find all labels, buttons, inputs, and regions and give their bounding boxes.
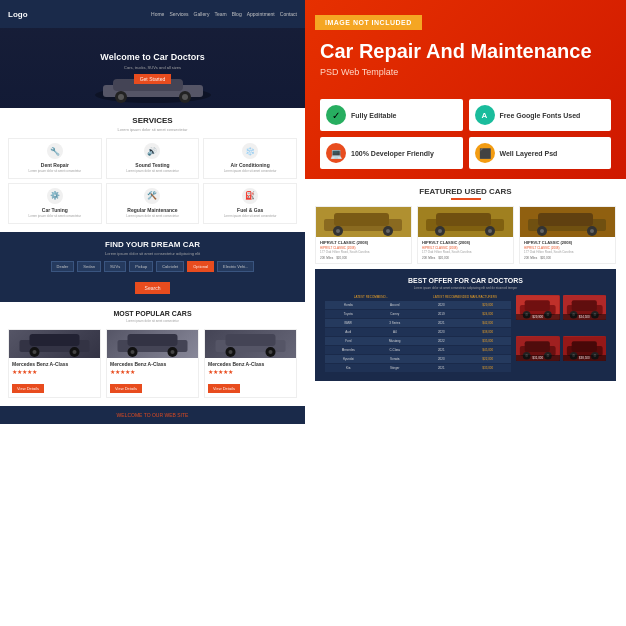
left-panel: Logo Home Services Gallery Team Blog App… (0, 0, 305, 626)
popular-title: MOST POPULAR CARS (8, 310, 297, 317)
find-car-subtitle: Lorem ipsum dolor sit amet consectetur a… (8, 251, 297, 256)
nav-gallery[interactable]: Gallery (194, 11, 210, 17)
offer-make-4: Audi (325, 328, 372, 336)
filter-electric[interactable]: Electric Vehi... (217, 261, 254, 272)
svg-point-18 (171, 350, 175, 354)
nav-blog[interactable]: Blog (232, 11, 242, 17)
offer-model-7: Sonata (372, 355, 419, 363)
svg-rect-27 (334, 213, 389, 226)
svg-rect-20 (226, 334, 276, 346)
filter-cabriolet[interactable]: Cabriolet (156, 261, 184, 272)
filter-sedan[interactable]: Sedan (77, 261, 101, 272)
svg-point-16 (131, 350, 135, 354)
popular-car-3-btn[interactable]: View Details (208, 384, 240, 393)
car-tuning-icon: ⚙️ (47, 188, 63, 204)
developer-friendly-label: 100% Developer Friendly (351, 150, 434, 157)
well-layered-icon: ⬛ (475, 143, 495, 163)
offer-row-3: BMW 3 Series 2021 $42,000 (325, 319, 511, 327)
site-logo: Logo (8, 10, 28, 19)
featured-car-3-image (520, 207, 615, 237)
offer-car-thumb-3-price: $31,000 (516, 355, 560, 361)
popular-car-2-btn[interactable]: View Details (110, 384, 142, 393)
featured-car-2-miles: 20K Miles (422, 256, 435, 260)
nav-team[interactable]: Team (214, 11, 226, 17)
svg-point-45 (590, 229, 594, 233)
service-sound-testing-title: Sound Testing (110, 162, 196, 168)
svg-rect-55 (571, 300, 596, 311)
image-not-included-badge: IMAGE NOT INCLUDED (315, 15, 422, 30)
offer-row-7: Hyundai Sonata 2020 $22,000 (325, 355, 511, 363)
popular-car-1-btn[interactable]: View Details (12, 384, 44, 393)
service-car-tuning: ⚙️ Car Tuning Lorem ipsum dolor sit amet… (8, 183, 102, 224)
featured-car-2-info: HIPRVLT CLASSIC (2008) HIPRVLT CLASSIC (… (418, 237, 513, 263)
filter-suvs[interactable]: SUVs (104, 261, 126, 272)
svg-point-38 (488, 229, 492, 233)
best-offer-title: BEST OFFER FOR CAR DOCTORS (325, 277, 606, 284)
featured-car-2-meta: 20K Miles $20,000 (422, 256, 509, 260)
popular-subtitle: Lorem ipsum dolor sit amet consectetur (8, 319, 297, 323)
offer-year-1: 2020 (418, 301, 465, 309)
offer-price-2: $24,000 (465, 310, 512, 318)
featured-car-1-image (316, 207, 411, 237)
services-subtitle: Lorem ipsum dolor sit amet consectetur (8, 127, 297, 132)
services-grid: 🔧 Dent Repair Lorem ipsum dolor sit amet… (8, 138, 297, 224)
svg-rect-41 (538, 213, 593, 226)
popular-car-1-info: Mercedes Benz A-Class ★★★★★ View Details (9, 358, 100, 397)
offer-year-8: 2021 (418, 364, 465, 372)
offer-make-7: Hyundai (325, 355, 372, 363)
featured-car-3: HIPRVLT CLASSIC (2008) HIPRVLT CLASSIC (… (519, 206, 616, 264)
service-ac-desc: Lorem ipsum dolor sit amet consectetur (207, 170, 293, 174)
service-car-tuning-desc: Lorem ipsum dolor sit amet consectetur (12, 215, 98, 219)
nav-contact[interactable]: Contact (280, 11, 297, 17)
popular-section: MOST POPULAR CARS Lorem ipsum dolor sit … (0, 302, 305, 406)
offer-make-8: Kia (325, 364, 372, 372)
featured-cars-section: FEATURED USED CARS (305, 179, 626, 626)
service-dent-repair-title: Dent Repair (12, 162, 98, 168)
air-conditioning-icon: ❄️ (242, 143, 258, 159)
popular-car-2-stars: ★★★★★ (110, 368, 195, 375)
feature-google-fonts: A Free Google Fonts Used (469, 99, 612, 131)
offer-cars-thumbnails: $29,900 $24 (516, 295, 606, 373)
feature-developer-friendly: 💻 100% Developer Friendly (320, 137, 463, 169)
svg-rect-62 (525, 341, 550, 352)
offer-car-thumb-2-price: $24,500 (563, 314, 607, 320)
popular-car-3: Mercedes Benz A-Class ★★★★★ View Details (204, 329, 297, 398)
services-title: SERVICES (8, 116, 297, 125)
filter-optional[interactable]: Optional (187, 261, 214, 272)
nav-services[interactable]: Services (169, 11, 188, 17)
service-maintenance: 🛠️ Regular Maintenance Lorem ipsum dolor… (106, 183, 200, 224)
hero-title: Welcome to Car Doctors (100, 52, 204, 62)
offer-row-4: Audi A4 2020 $38,000 (325, 328, 511, 336)
featured-car-2-image (418, 207, 513, 237)
offer-content: LATEST RECOMMEND... LATEST RECOMMENDED M… (325, 295, 606, 373)
service-fuel-desc: Lorem ipsum dolor sit amet consectetur (207, 215, 293, 219)
svg-rect-14 (128, 334, 178, 346)
nav-appointment[interactable]: Appointment (247, 11, 275, 17)
best-offer-subtitle: Lorem ipsum dolor sit amet consectetur a… (325, 286, 606, 290)
offer-price-3: $42,000 (465, 319, 512, 327)
filter-pickup[interactable]: Pickup (129, 261, 153, 272)
offer-car-thumb-1-price: $29,900 (516, 314, 560, 320)
service-dent-repair: 🔧 Dent Repair Lorem ipsum dolor sit amet… (8, 138, 102, 179)
offer-car-thumb-4-price: $38,500 (563, 355, 607, 361)
right-panel: IMAGE NOT INCLUDED Car Repair And Mainte… (305, 0, 626, 626)
filter-dealer[interactable]: Dealer (51, 261, 75, 272)
google-fonts-label: Free Google Fonts Used (500, 112, 581, 119)
offer-year-7: 2020 (418, 355, 465, 363)
footer-text: WELCOME TO OUR WEB SITE (117, 412, 189, 418)
offer-model-5: Mustang (372, 337, 419, 345)
offer-make-2: Toyota (325, 310, 372, 318)
offer-price-4: $38,000 (465, 328, 512, 336)
maintenance-icon: 🛠️ (144, 188, 160, 204)
svg-point-4 (118, 94, 124, 100)
find-car-search-button[interactable]: Search (135, 282, 171, 294)
offer-year-5: 2022 (418, 337, 465, 345)
service-fuel: ⛽ Fuel & Gas Lorem ipsum dolor sit amet … (203, 183, 297, 224)
google-fonts-icon: A (475, 105, 495, 125)
offer-row-5: Ford Mustang 2022 $35,000 (325, 337, 511, 345)
service-car-tuning-title: Car Tuning (12, 207, 98, 213)
nav-home[interactable]: Home (151, 11, 164, 17)
offer-make-5: Ford (325, 337, 372, 345)
hero-cta-button[interactable]: Get Started (134, 74, 172, 84)
best-offer-section: BEST OFFER FOR CAR DOCTORS Lorem ipsum d… (315, 269, 616, 381)
